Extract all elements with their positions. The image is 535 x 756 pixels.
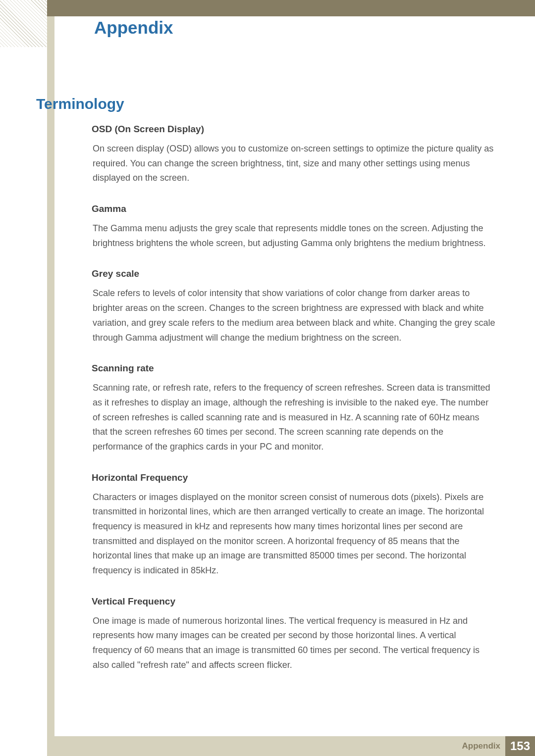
term-body-gamma: The Gamma menu adjusts the grey scale th… [92,221,495,251]
term-title-grey-scale: Grey scale [92,268,495,279]
left-side-bar [47,16,54,736]
corner-decoration [0,0,47,47]
term-body-grey-scale: Scale refers to levels of color intensit… [92,286,495,345]
term-title-scanning-rate: Scanning rate [92,363,495,374]
section-title: Terminology [36,96,124,112]
page-title: Appendix [94,18,173,38]
term-title-vertical-frequency: Vertical Frequency [92,596,495,607]
header-bar [47,0,535,16]
footer-page-number: 153 [505,736,535,756]
footer: Appendix 153 [47,736,535,756]
term-body-vertical-frequency: One image is made of numerous horizontal… [92,614,495,673]
term-title-gamma: Gamma [92,203,495,214]
term-title-osd: OSD (On Screen Display) [92,124,495,135]
term-body-scanning-rate: Scanning rate, or refresh rate, refers t… [92,381,495,454]
term-body-horizontal-frequency: Characters or images displayed on the mo… [92,490,495,578]
footer-label: Appendix [462,741,500,751]
term-title-horizontal-frequency: Horizontal Frequency [92,472,495,483]
content-area: OSD (On Screen Display) On screen displa… [92,124,495,691]
term-body-osd: On screen display (OSD) allows you to cu… [92,142,495,186]
